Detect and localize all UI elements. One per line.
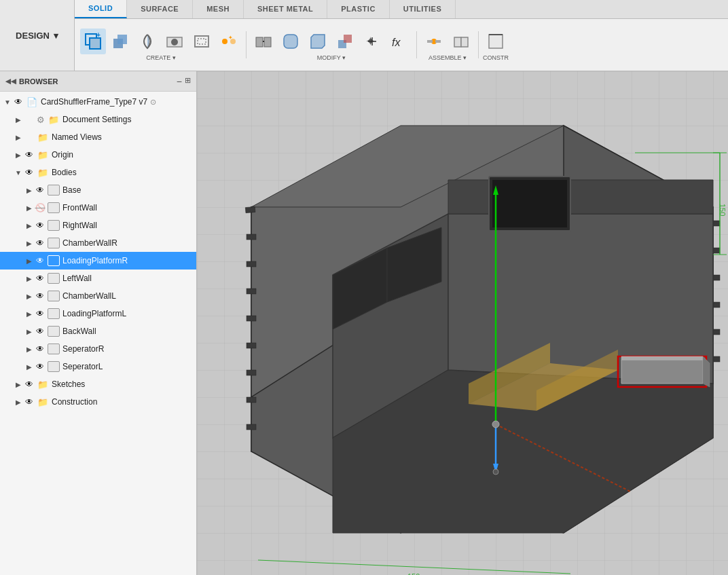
design-label: DESIGN xyxy=(16,31,50,41)
assemble-dropdown[interactable]: ASSEMBLE ▾ xyxy=(429,54,467,61)
create-label: CREATE ▾ xyxy=(146,54,175,61)
expand-bodies[interactable]: ▼ xyxy=(14,168,23,177)
as-built-button[interactable] xyxy=(448,29,474,54)
tree-item-loadingplatformr[interactable]: ▶👁LoadingPlatformR xyxy=(0,252,196,270)
expand-base[interactable]: ▶ xyxy=(24,185,34,195)
tree-item-chamberwallr[interactable]: ▶👁ChamberWallR xyxy=(0,234,196,252)
tree-item-named-views[interactable]: ▶📁Named Views xyxy=(0,128,196,146)
tree-item-chamberwallL[interactable]: ▶👁ChamberWallL xyxy=(0,287,196,305)
browser-title: ◀◀ BROWSER xyxy=(5,77,58,86)
joint-button[interactable] xyxy=(421,29,447,54)
tree-item-leftwall[interactable]: ▶👁LeftWall xyxy=(0,270,196,287)
eye-construction[interactable]: 👁 xyxy=(23,397,35,407)
tab-surface[interactable]: SURFACE xyxy=(127,0,193,18)
shell-button[interactable] xyxy=(189,29,215,54)
expand-loadingplatforml[interactable]: ▶ xyxy=(24,309,34,318)
svg-rect-18 xyxy=(344,35,352,43)
design-button[interactable]: DESIGN ▾ xyxy=(0,0,75,71)
tree-item-base[interactable]: ▶👁Base xyxy=(0,181,196,199)
extrude-button[interactable] xyxy=(107,29,133,54)
tree-item-document-settings[interactable]: ▶⚙📁Document Settings xyxy=(0,111,196,128)
expand-chamberwallL[interactable]: ▶ xyxy=(24,291,34,301)
expand-construction[interactable]: ▶ xyxy=(14,397,23,407)
svg-text:150: 150 xyxy=(718,204,727,216)
tab-mesh[interactable]: MESH xyxy=(193,0,244,18)
new-component-button[interactable]: + xyxy=(80,29,106,54)
chamfer-button[interactable] xyxy=(305,29,331,54)
eye-chamberwallr[interactable]: 👁 xyxy=(34,238,46,248)
expand-loadingplatformr[interactable]: ▶ xyxy=(24,256,34,265)
expand-origin[interactable]: ▶ xyxy=(14,150,23,160)
move-copy-button[interactable]: ✦ xyxy=(359,29,385,54)
expand-backwall[interactable]: ▶ xyxy=(24,327,34,336)
svg-rect-28 xyxy=(489,35,503,48)
tree-item-seperatorl[interactable]: ▶👁SeperatorL xyxy=(0,358,196,375)
body-icon-seperatorr xyxy=(48,344,60,354)
modify-dropdown[interactable]: MODIFY ▾ xyxy=(317,54,346,61)
eye-backwall[interactable]: 👁 xyxy=(34,327,46,336)
combine-button[interactable] xyxy=(332,29,358,54)
tree-item-rightwall[interactable]: ▶👁RightWall xyxy=(0,217,196,234)
svg-rect-38 xyxy=(247,289,256,294)
eye-base[interactable]: 👁 xyxy=(34,185,46,195)
tree-item-construction[interactable]: ▶👁📁Construction xyxy=(0,393,196,411)
eye-frontwall[interactable]: 🚫 xyxy=(34,203,46,212)
revolve-button[interactable] xyxy=(134,29,160,54)
browser-pin-button[interactable]: ⊞ xyxy=(185,76,191,87)
tree-item-bodies[interactable]: ▼👁📁Bodies xyxy=(0,164,196,181)
create-dropdown[interactable]: CREATE ▾ xyxy=(146,54,175,61)
root-expand[interactable]: ▼ xyxy=(3,97,12,107)
expand-seperatorr[interactable]: ▶ xyxy=(24,344,34,354)
label-document-settings: Document Settings xyxy=(62,115,131,124)
viewport[interactable]: 150 150 Select a plane or planar face xyxy=(197,71,728,575)
eye-origin[interactable]: 👁 xyxy=(23,150,35,160)
press-pull-button[interactable] xyxy=(251,29,276,54)
tab-plastic[interactable]: PLASTIC xyxy=(327,0,390,18)
pattern-button[interactable]: ✦ xyxy=(216,29,242,54)
main-area: ◀◀ BROWSER − ⊞ ▼ 👁 📄 CardShufflerFrame_T… xyxy=(0,71,728,575)
root-folder-icon: 📄 xyxy=(26,97,38,107)
svg-rect-12 xyxy=(256,37,263,47)
tree-item-origin[interactable]: ▶👁📁Origin xyxy=(0,146,196,164)
root-eye[interactable]: 👁 xyxy=(12,97,24,107)
eye-loadingplatforml[interactable]: 👁 xyxy=(34,309,46,318)
constr-dropdown[interactable]: CONSTR xyxy=(483,54,509,61)
fillet-button[interactable] xyxy=(278,29,304,54)
tab-solid[interactable]: SOLID xyxy=(75,0,127,18)
svg-rect-7 xyxy=(195,36,208,47)
constr-button[interactable] xyxy=(483,29,509,54)
label-sketches: Sketches xyxy=(52,379,85,389)
expand-frontwall[interactable]: ▶ xyxy=(24,203,34,212)
eye-chamberwallL[interactable]: 👁 xyxy=(34,291,46,301)
tab-sheet_metal[interactable]: SHEET METAL xyxy=(244,0,327,18)
separator-2 xyxy=(416,31,417,58)
expand-rightwall[interactable]: ▶ xyxy=(24,221,34,230)
eye-seperatorl[interactable]: 👁 xyxy=(34,362,46,371)
expand-sketches[interactable]: ▶ xyxy=(14,379,23,389)
eye-rightwall[interactable]: 👁 xyxy=(34,221,46,230)
tree-item-backwall[interactable]: ▶👁BackWall xyxy=(0,322,196,340)
eye-seperatorr[interactable]: 👁 xyxy=(34,344,46,354)
fx-button[interactable]: fx xyxy=(386,29,412,54)
hole-button[interactable] xyxy=(162,29,187,54)
tree-item-seperatorr[interactable]: ▶👁SeperatorR xyxy=(0,340,196,358)
expand-document-settings[interactable]: ▶ xyxy=(14,115,23,124)
collapse-icon[interactable]: ◀◀ xyxy=(5,77,16,85)
tree-root[interactable]: ▼ 👁 📄 CardShufflerFrame_Type7 v7 ⊙ xyxy=(0,93,196,111)
tree-item-loadingplatforml[interactable]: ▶👁LoadingPlatformL xyxy=(0,305,196,322)
tab-utilities[interactable]: UTILITIES xyxy=(390,0,456,18)
expand-seperatorl[interactable]: ▶ xyxy=(24,362,34,371)
create-buttons: + xyxy=(80,29,242,54)
expand-chamberwallr[interactable]: ▶ xyxy=(24,238,34,248)
expand-named-views[interactable]: ▶ xyxy=(14,132,23,142)
eye-leftwall[interactable]: 👁 xyxy=(34,274,46,283)
eye-bodies[interactable]: 👁 xyxy=(23,168,35,177)
folder-icon-named-views: 📁 xyxy=(37,132,49,142)
browser-minus-button[interactable]: − xyxy=(177,76,182,87)
create-group: + xyxy=(80,29,242,61)
expand-leftwall[interactable]: ▶ xyxy=(24,274,34,283)
tree-item-frontwall[interactable]: ▶🚫FrontWall xyxy=(0,199,196,217)
eye-sketches[interactable]: 👁 xyxy=(23,379,35,389)
eye-loadingplatformr[interactable]: 👁 xyxy=(34,256,46,265)
tree-item-sketches[interactable]: ▶👁📁Sketches xyxy=(0,375,196,393)
